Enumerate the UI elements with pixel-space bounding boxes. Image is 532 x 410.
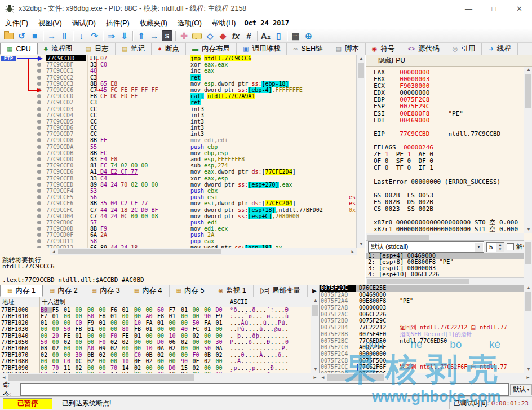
breakpoint-dot[interactable] xyxy=(37,227,41,231)
disasm-horizontal-scrollbar[interactable]: ◄ ► xyxy=(50,248,357,255)
hide-fpu-button[interactable]: 隐藏FPU xyxy=(366,55,532,67)
disassembly-panel[interactable]: 77C9CCBDEB 07jmp ntdll.77C9CCC677C9CCBF3… xyxy=(0,55,365,255)
disasm-row[interactable]: 77C9CCD4CCint3 xyxy=(0,112,356,118)
dump-row[interactable]: 77BF106008020000A009020000100A020000500A… xyxy=(0,345,311,351)
disasm-row[interactable]: 77C9CD0D8B F9mov edi,ecx xyxy=(0,226,356,232)
breakpoint-dot[interactable] xyxy=(37,233,41,237)
stack-panel[interactable]: 0075F29CD76CE25E0075F2A0004690000075F2A4… xyxy=(319,285,532,373)
tab-memory-dump-2[interactable]: ▦内存 2 xyxy=(43,285,85,297)
stack-row[interactable]: 0075F2A400E800F8"PE" xyxy=(320,298,524,305)
execute-till-return-icon[interactable]: ⇓ xyxy=(118,30,131,42)
stack-rows[interactable]: 0075F29CD76CE25E0075F2A0004690000075F2A4… xyxy=(320,285,524,373)
tab-script[interactable]: ▤脚本 xyxy=(329,43,365,55)
stack-row[interactable]: 0075F2CC77C62F6F返回到 ntdll.77C62F6F 自 ntd… xyxy=(320,364,524,371)
disasm-row[interactable]: 77C9CCDA55push ebp xyxy=(0,144,356,150)
website-globe-icon[interactable]: ⊕ xyxy=(302,30,315,42)
run-to-cursor-icon[interactable]: ⇒ xyxy=(105,30,118,42)
stack-row[interactable]: 0075F2AC006CE226 xyxy=(320,311,524,318)
breakpoint-dot[interactable] xyxy=(37,183,41,187)
tab-memory-map[interactable]: ▬内存布局 xyxy=(186,43,237,55)
breakpoint-dot[interactable] xyxy=(37,189,41,193)
breakpoint-dot[interactable] xyxy=(37,151,41,155)
stack-row[interactable]: 0075F2B477C22212返回到 ntdll.77C22212 自 ntd… xyxy=(320,324,524,331)
breakpoint-dot[interactable] xyxy=(37,88,41,92)
menu-item-1[interactable]: 文件(F) xyxy=(0,17,33,29)
disasm-row[interactable]: 77C9CCED89 84 24 70 02 00 00mov dword pt… xyxy=(0,182,356,188)
dump-row[interactable]: 77BF10400020FE010000F0FE0100001000020000… xyxy=(0,333,311,339)
disasm-row[interactable]: 77C9CCBF33 C0xor eax,eax xyxy=(0,61,356,68)
menu-item-5[interactable]: 收藏夹(I) xyxy=(135,17,172,29)
step-over-icon[interactable]: ↷ xyxy=(88,30,101,42)
breakpoint-dot[interactable] xyxy=(37,94,41,98)
arguments-horizontal-scrollbar[interactable] xyxy=(366,277,524,285)
tab-memory-dump-4[interactable]: ▦内存 4 xyxy=(127,285,170,297)
menu-item-7[interactable]: 帮助(H) xyxy=(207,17,241,29)
disasm-row[interactable]: 77C9CCCDE8 CF DC FD FFcall ntdll.77C7A9A… xyxy=(0,93,356,99)
breakpoint-dot[interactable] xyxy=(37,208,41,212)
register-line[interactable]: x87r1 00000000000000000000 ST1 空 0.000 xyxy=(374,226,524,233)
step-out-icon[interactable]: ⇑ xyxy=(135,30,148,42)
tab-call-stack[interactable]: ▣调用堆栈 xyxy=(237,43,287,55)
menu-item-4[interactable]: 插件(P) xyxy=(101,17,135,29)
disasm-row[interactable]: 77C9CCD2C3ret xyxy=(0,99,356,105)
tab-memory-dump-3[interactable]: ▦内存 3 xyxy=(85,285,127,297)
pause-icon[interactable]: ‖ xyxy=(58,30,71,42)
breakpoint-dot[interactable] xyxy=(37,164,41,167)
stepper-up-icon[interactable]: ▲ xyxy=(496,243,504,247)
disasm-row[interactable]: 77C9CCE081 EC 74 02 00 00sub esp,274 xyxy=(0,162,356,169)
breakpoint-dot[interactable] xyxy=(37,56,41,60)
disassembly-rows[interactable]: 77C9CCBDEB 07jmp ntdll.77C9CCC677C9CCBF3… xyxy=(0,55,356,248)
open-file-icon[interactable] xyxy=(2,30,15,42)
dump-row[interactable]: 77BF1010F701000060F8010000A0F801000090F9… xyxy=(0,313,311,319)
disasm-row[interactable]: 77C9CD1158pop eax xyxy=(0,238,356,244)
breakpoint-dot[interactable] xyxy=(37,82,41,86)
maximize-button[interactable]: □ xyxy=(481,0,507,17)
smc-icon[interactable]: S xyxy=(161,30,174,42)
menu-item-6[interactable]: 选项(O) xyxy=(172,17,207,29)
disasm-row[interactable]: 77C9CCF68B 35 04 C2 CF 77mov esi,dword p… xyxy=(0,200,356,206)
disasm-row[interactable]: 77C9CCD5CCint3 xyxy=(0,118,356,125)
bookmark-icon[interactable]: ◆ xyxy=(216,30,229,42)
disasm-row[interactable]: 77C9CD0F6A 2Apush 2A xyxy=(0,232,356,238)
comment-icon[interactable] xyxy=(190,30,203,42)
disasm-vertical-scrollbar[interactable]: ▲ ▼ xyxy=(356,55,365,248)
disasm-row[interactable]: 77C9CCD3CCint3 xyxy=(0,106,356,112)
breakpoint-dot[interactable] xyxy=(37,214,41,218)
disasm-row[interactable]: 77C9CCE6A1 D4 E2 CF 77mov eax,dword ptr … xyxy=(0,169,356,175)
register-line[interactable]: LastError 00000000 (ERROR_SUCCESS) xyxy=(374,179,524,186)
stack-vertical-scrollbar[interactable]: ▲ ▼ xyxy=(524,285,532,373)
disasm-row[interactable]: 77C9CCFCC7 44 24 18 2C D0 BFmov dword pt… xyxy=(0,207,356,213)
disasm-row[interactable]: 77C9CD04C7 44 24 0C 00 00 08mov dword pt… xyxy=(0,213,356,219)
menu-item-3[interactable]: 调试(D) xyxy=(67,17,101,29)
stack-row[interactable]: 0075F2C0A0D729BE xyxy=(320,344,524,351)
disasm-row[interactable]: 77C9CCDD83 E4 F8and esp,FFFFFFF8 xyxy=(0,156,356,162)
restart-icon[interactable]: ↺ xyxy=(15,30,28,42)
disasm-row[interactable]: 77C9CD0C57push edi xyxy=(0,219,356,226)
registers-panel[interactable]: 隐藏FPU EAX 00000000EBX 00000003ECX F90300… xyxy=(365,55,532,285)
command-profile-select[interactable]: 默认 ▼ xyxy=(510,384,532,395)
tab-locals[interactable]: [x=]局部变量 xyxy=(254,285,308,297)
dump-row[interactable]: 77BF1020010000C0F901000010FA01000050FA01… xyxy=(0,320,311,326)
run-icon[interactable]: → xyxy=(45,30,58,42)
close-button[interactable]: ✕ xyxy=(507,0,532,17)
breakpoint-dot[interactable] xyxy=(37,107,41,111)
argument-row[interactable]: 4: [esp+10] 006CE226 xyxy=(366,271,524,277)
arguments-vertical-scrollbar[interactable] xyxy=(524,240,532,285)
patches-icon[interactable]: ✚ xyxy=(178,30,190,42)
breakpoint-dot[interactable] xyxy=(37,76,41,80)
menu-item-2[interactable]: 视图(V) xyxy=(33,17,67,29)
breakpoint-dot[interactable] xyxy=(37,132,41,136)
dump-vertical-scrollbar[interactable]: ▲ ▼ xyxy=(311,297,319,373)
breakpoint-dot[interactable] xyxy=(37,246,41,248)
register-line[interactable]: CF 0 TF 0 IF 1 xyxy=(374,165,524,171)
function-icon[interactable]: fx xyxy=(229,30,242,42)
register-line[interactable]: EDI 00469000 xyxy=(374,117,524,124)
tab-threads[interactable]: ➜线程 xyxy=(482,43,517,55)
breakpoint-dot[interactable] xyxy=(37,113,41,117)
chevron-down-icon[interactable]: ▼ xyxy=(475,243,483,252)
tab-breakpoint[interactable]: ●断点 xyxy=(152,43,186,55)
stack-row[interactable]: 0075F2C80075F500 xyxy=(320,358,524,364)
tab-references[interactable]: ◎引用 xyxy=(446,43,482,55)
disasm-row[interactable]: 77C9CCF453push ebx xyxy=(0,188,356,194)
stack-row[interactable]: 0075F2A800000003 xyxy=(320,305,524,311)
